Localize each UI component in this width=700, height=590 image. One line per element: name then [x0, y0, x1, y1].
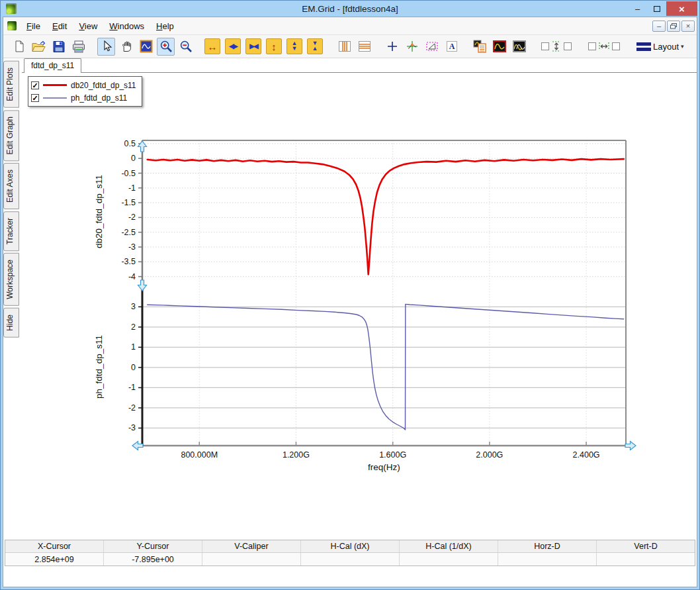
- crosshair-button[interactable]: [383, 38, 401, 56]
- svg-text:-2: -2: [128, 403, 136, 413]
- open-file-button[interactable]: [30, 38, 48, 56]
- h-caliper-toggles-button[interactable]: [585, 38, 623, 56]
- expand-y-icon: ↕: [271, 42, 277, 52]
- vertical-markers-button[interactable]: [335, 38, 353, 56]
- v-caliper-arrows-icon: [551, 40, 562, 52]
- status-value-h-cal-dx-: [301, 553, 400, 565]
- status-label-vert-d: Vert-D: [597, 540, 695, 552]
- legend-label: ph_fdtd_dp_s11: [71, 93, 127, 103]
- status-value-horz-d: [498, 553, 597, 565]
- caliper-button[interactable]: [423, 38, 441, 56]
- shrink-x-button[interactable]: ◀▶: [225, 38, 241, 54]
- v-caliper-checkbox-right[interactable]: [564, 42, 572, 50]
- legend-label: db20_fdtd_dp_s11: [71, 81, 136, 90]
- legend-checkbox-ph[interactable]: ✓: [31, 94, 39, 102]
- expand-x-icon: ↔: [208, 42, 218, 52]
- status-value-h-cal-1-dx-: [400, 553, 498, 565]
- status-header-row: X-CursorY-CursorV-CaliperH-Cal (dX)H-Cal…: [5, 540, 695, 553]
- sidebar-tab-edit-plots[interactable]: Edit Plots: [3, 61, 19, 108]
- trace-single-button[interactable]: [490, 38, 508, 56]
- maximize-icon[interactable]: [647, 1, 666, 16]
- svg-text:-3.5: -3.5: [121, 257, 136, 266]
- plot-legend: ✓ db20_fdtd_dp_s11 ✓ ph_fdtd_dp_s11: [28, 76, 142, 107]
- mdi-restore-icon[interactable]: [667, 21, 680, 32]
- menu-help[interactable]: Help: [150, 19, 180, 34]
- trace-overlay-button[interactable]: [510, 38, 528, 56]
- zoom-out-button[interactable]: [177, 38, 195, 56]
- copy-plot-icon: [473, 40, 486, 53]
- shrink-y-button[interactable]: ▲▼: [286, 38, 302, 54]
- v-caliper-checkbox-left[interactable]: [541, 42, 549, 50]
- sidebar-tab-edit-graph[interactable]: Edit Graph: [3, 110, 19, 161]
- chevron-down-icon: ▾: [681, 43, 684, 50]
- svg-text:-1: -1: [128, 383, 136, 392]
- caliper-icon: [426, 40, 438, 52]
- pan-hand-button[interactable]: [117, 38, 135, 56]
- compress-x-button[interactable]: ▶◀: [245, 38, 261, 54]
- open-file-icon: [32, 40, 46, 53]
- maximize-glyph: [654, 6, 660, 12]
- toolbar: ↔◀▶▶◀↕▲▼▼▲ALayout▾: [3, 35, 697, 58]
- status-value-y-cursor: -7.895e+00: [104, 553, 202, 565]
- text-label-icon: A: [446, 40, 458, 52]
- h-caliper-checkbox-right[interactable]: [612, 42, 620, 50]
- tracker-button[interactable]: [403, 38, 421, 56]
- menu-edit[interactable]: Edit: [46, 19, 73, 34]
- sidebar-tab-hide[interactable]: Hide: [3, 308, 19, 338]
- print-button[interactable]: [69, 38, 87, 56]
- zoom-window-icon: [140, 40, 153, 53]
- h-caliper-arrows-icon: [598, 41, 610, 52]
- menu-file[interactable]: File: [21, 19, 46, 34]
- mdi-minimize-icon[interactable]: –: [652, 21, 666, 32]
- svg-text:-0.5: -0.5: [121, 169, 136, 178]
- status-bar: X-CursorY-CursorV-CaliperH-Cal (dX)H-Cal…: [5, 540, 695, 566]
- legend-checkbox-db20[interactable]: ✓: [31, 81, 39, 89]
- horizontal-markers-button[interactable]: [355, 38, 373, 56]
- plot-panel: 800.000M1.200G1.600G2.000G2.400Gfreq(Hz)…: [22, 58, 697, 540]
- menu-bar: FileEditViewWindowsHelp – ×: [3, 17, 697, 35]
- document-icon: [7, 21, 17, 30]
- select-pointer-button[interactable]: [97, 38, 115, 56]
- bottom-filler: [3, 566, 697, 587]
- legend-item: ✓ db20_fdtd_dp_s11: [31, 79, 136, 91]
- close-icon[interactable]: ×: [666, 1, 697, 16]
- menu-windows[interactable]: Windows: [103, 19, 150, 34]
- status-label-h-cal-1-dx-: H-Cal (1/dX): [400, 540, 498, 552]
- status-value-vert-d: [597, 553, 695, 565]
- minimize-icon[interactable]: –: [628, 1, 647, 16]
- svg-text:-1: -1: [128, 183, 136, 193]
- sidebar-tab-tracker[interactable]: Tracker: [3, 211, 19, 251]
- svg-text:db20_fdtd_dp_s11: db20_fdtd_dp_s11: [94, 175, 104, 248]
- print-icon: [72, 40, 85, 53]
- status-label-x-cursor: X-Cursor: [5, 540, 104, 552]
- svg-text:-1.5: -1.5: [121, 198, 136, 207]
- zoom-window-button[interactable]: [137, 38, 155, 56]
- select-pointer-icon: [101, 40, 112, 52]
- mdi-close-icon[interactable]: ×: [681, 21, 695, 32]
- layout-menu-button[interactable]: Layout▾: [633, 38, 687, 56]
- h-caliper-checkbox-left[interactable]: [588, 42, 596, 50]
- content-area: Edit PlotsEdit GraphEdit AxesTrackerWork…: [3, 58, 697, 540]
- compress-y-button[interactable]: ▼▲: [307, 38, 323, 54]
- title-bar: EM.Grid - [fdtdlesson4a] – ×: [3, 1, 697, 17]
- v-caliper-toggles-button[interactable]: [538, 38, 575, 56]
- legend-line-swatch: [43, 84, 67, 86]
- layout-icon: [636, 42, 651, 51]
- expand-x-button[interactable]: ↔: [204, 38, 220, 54]
- menu-view[interactable]: View: [73, 19, 103, 34]
- zoom-in-button[interactable]: [157, 38, 175, 56]
- chart-svg[interactable]: 800.000M1.200G1.600G2.000G2.400Gfreq(Hz)…: [22, 58, 697, 542]
- text-label-button[interactable]: A: [443, 38, 460, 56]
- copy-plot-button[interactable]: [470, 38, 488, 56]
- sidebar-tab-edit-axes[interactable]: Edit Axes: [3, 163, 19, 209]
- new-document-button[interactable]: [10, 38, 28, 56]
- tab-fdtd-dp-s11[interactable]: fdtd_dp_s11: [24, 58, 81, 73]
- sidebar-tab-workspace[interactable]: Workspace: [3, 253, 19, 306]
- save-file-button[interactable]: [50, 38, 67, 56]
- svg-text:ph_fdtd_dp_s11: ph_fdtd_dp_s11: [94, 335, 104, 399]
- svg-text:-2: -2: [128, 213, 136, 222]
- expand-y-button[interactable]: ↕: [266, 38, 282, 54]
- svg-text:0: 0: [131, 154, 136, 163]
- svg-text:2: 2: [131, 322, 136, 332]
- mdi-window-buttons: – ×: [652, 21, 697, 32]
